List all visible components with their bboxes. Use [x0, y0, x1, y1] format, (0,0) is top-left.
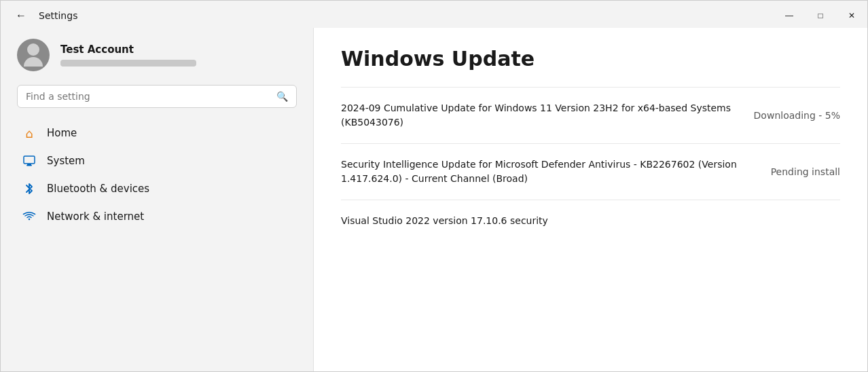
search-input[interactable] — [26, 91, 271, 102]
search-icon: 🔍 — [276, 91, 288, 102]
sidebar-item-bluetooth[interactable]: Bluetooth & devices — [6, 175, 308, 202]
sidebar: Test Account 🔍 ⌂ Home — [1, 28, 313, 371]
avatar-body — [24, 57, 43, 67]
account-section[interactable]: Test Account — [1, 28, 313, 79]
avatar-person-icon — [24, 43, 43, 67]
minimize-button[interactable]: — — [774, 2, 805, 29]
account-info: Test Account — [60, 43, 297, 67]
bluetooth-icon — [22, 182, 36, 196]
sidebar-item-network[interactable]: Network & internet — [6, 203, 308, 230]
update-item-2: Security Intelligence Update for Microso… — [341, 143, 840, 200]
settings-window: ← Settings — □ ✕ Test Account — [0, 0, 868, 372]
sidebar-item-home-label: Home — [47, 127, 77, 139]
avatar-head — [27, 43, 39, 56]
sidebar-item-bluetooth-label: Bluetooth & devices — [47, 183, 149, 195]
update-list: 2024-09 Cumulative Update for Windows 11… — [341, 87, 840, 242]
svg-rect-1 — [26, 165, 32, 166]
system-icon — [22, 154, 36, 168]
svg-rect-2 — [27, 164, 31, 165]
update-status-1: Downloading - 5% — [754, 110, 840, 121]
svg-rect-0 — [24, 156, 35, 164]
page-title: Windows Update — [341, 47, 840, 71]
search-box[interactable]: 🔍 — [17, 85, 297, 108]
update-item-3: Visual Studio 2022 version 17.10.6 secur… — [341, 200, 840, 242]
sidebar-item-system-label: System — [47, 155, 85, 167]
back-button[interactable]: ← — [12, 6, 31, 25]
nav-list: ⌂ Home System — [1, 119, 313, 231]
account-email-bar — [60, 60, 196, 67]
app-title: Settings — [39, 10, 774, 21]
update-desc-1: 2024-09 Cumulative Update for Windows 11… — [341, 101, 732, 130]
close-button[interactable]: ✕ — [836, 2, 867, 29]
update-status-2: Pending install — [771, 166, 840, 177]
window-controls: — □ ✕ — [774, 2, 867, 29]
update-desc-2: Security Intelligence Update for Microso… — [341, 157, 748, 186]
maximize-button[interactable]: □ — [805, 2, 836, 29]
network-icon — [22, 210, 36, 223]
back-icon: ← — [16, 10, 26, 22]
main-area: Test Account 🔍 ⌂ Home — [1, 28, 867, 371]
update-desc-3: Visual Studio 2022 version 17.10.6 secur… — [341, 214, 548, 228]
sidebar-item-network-label: Network & internet — [47, 210, 144, 223]
update-item-1: 2024-09 Cumulative Update for Windows 11… — [341, 87, 840, 143]
account-name: Test Account — [60, 43, 297, 56]
sidebar-item-system[interactable]: System — [6, 147, 308, 174]
home-icon: ⌂ — [22, 126, 36, 140]
sidebar-item-home[interactable]: ⌂ Home — [6, 119, 308, 147]
avatar — [17, 39, 50, 71]
titlebar: ← Settings — □ ✕ — [1, 1, 867, 28]
content-area: Windows Update 2024-09 Cumulative Update… — [313, 28, 867, 371]
